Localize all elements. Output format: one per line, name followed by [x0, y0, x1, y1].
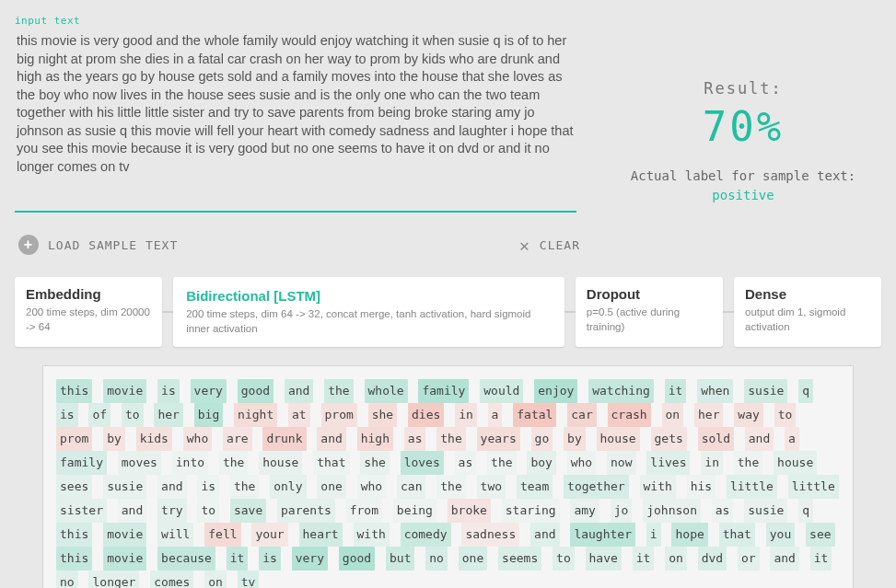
token: little	[727, 475, 777, 499]
token: watching	[588, 379, 654, 403]
token: family	[418, 379, 469, 403]
token: by	[564, 427, 586, 451]
result-value: 70%	[605, 103, 881, 150]
token: to	[122, 403, 144, 427]
token: as	[712, 499, 734, 523]
token: who	[567, 451, 596, 475]
token: that	[313, 451, 349, 475]
token: family	[56, 451, 107, 475]
stage-title: Embedding	[26, 286, 151, 302]
token: movie	[103, 379, 146, 403]
clear-label: CLEAR	[540, 238, 580, 252]
token: who	[183, 427, 212, 451]
token: whole	[365, 379, 408, 403]
load-sample-label: LOAD SAMPLE TEXT	[48, 238, 178, 252]
token: can	[397, 475, 425, 499]
token: years	[477, 427, 520, 451]
pipeline-connector	[162, 311, 173, 313]
token: prom	[56, 427, 92, 451]
token: she	[368, 403, 397, 427]
token: johnson	[643, 499, 701, 523]
token: way	[734, 403, 762, 427]
stage-title: Dropout	[587, 286, 712, 302]
token: lives	[646, 451, 690, 475]
token: but	[386, 547, 414, 571]
token: tv	[238, 571, 260, 588]
token: and	[157, 475, 186, 499]
pipeline-stage-bidirectional-lstm[interactable]: Bidirectional [LSTM]200 time steps, dim …	[173, 277, 564, 347]
token: with	[640, 475, 676, 499]
token: and	[745, 427, 774, 451]
stage-title: Dense	[745, 286, 870, 302]
token: sister	[56, 499, 107, 523]
token: very	[191, 379, 227, 403]
actual-label-line: Actual label for sample text: positive	[605, 167, 881, 205]
token: only	[270, 475, 306, 499]
token: enjoy	[534, 379, 577, 403]
token: one	[317, 475, 345, 499]
token: will	[157, 523, 193, 547]
pipeline-stage-dense[interactable]: Denseoutput dim 1, sigmoid activation	[734, 277, 881, 347]
token: heart	[299, 523, 343, 547]
token: it	[665, 379, 687, 403]
token: the	[436, 475, 465, 499]
token: this	[56, 547, 92, 571]
token: parents	[277, 499, 335, 523]
token: is	[56, 403, 78, 427]
token: prom	[321, 403, 357, 427]
clear-button[interactable]: ✕ CLEAR	[519, 235, 580, 255]
token: the	[230, 475, 259, 499]
token: this	[56, 523, 92, 547]
token: fatal	[513, 403, 556, 427]
token: because	[157, 547, 215, 571]
token: one	[459, 547, 487, 571]
token: a	[488, 403, 503, 427]
pipeline-connector	[723, 311, 734, 313]
token: are	[223, 427, 251, 451]
token: very	[292, 547, 328, 571]
token: as	[455, 451, 477, 475]
token: on	[662, 403, 684, 427]
pipeline: Embedding200 time steps, dim 20000 -> 64…	[15, 277, 881, 347]
pipeline-stage-dropout[interactable]: Dropoutp=0.5 (active during training)	[576, 277, 723, 347]
token: jo	[611, 499, 633, 523]
input-textarea[interactable]	[15, 29, 576, 213]
token: dies	[408, 403, 444, 427]
token: house	[259, 451, 302, 475]
token: amy	[570, 499, 599, 523]
token: and	[317, 427, 345, 451]
token: loves	[401, 451, 444, 475]
token: gets	[651, 427, 687, 451]
token: with	[354, 523, 390, 547]
token: to	[774, 403, 797, 427]
token: no	[56, 571, 78, 588]
token: comes	[150, 571, 193, 588]
token: on	[665, 547, 687, 571]
token: q	[798, 499, 813, 523]
token: have	[586, 547, 622, 571]
token: you	[766, 523, 795, 547]
token: broke	[448, 499, 491, 523]
token: his	[687, 475, 716, 499]
token: big	[194, 403, 223, 427]
token: night	[234, 403, 277, 427]
token: your	[251, 523, 287, 547]
token: longer	[88, 571, 139, 588]
token: and	[118, 499, 146, 523]
token: she	[360, 451, 389, 475]
pipeline-stage-embedding[interactable]: Embedding200 time steps, dim 20000 -> 64	[15, 277, 162, 347]
token: in	[455, 403, 477, 427]
actual-label-value: positive	[712, 188, 774, 202]
token: try	[157, 499, 186, 523]
token: susie	[103, 475, 146, 499]
token: movie	[103, 523, 146, 547]
token: at	[288, 403, 310, 427]
token: it	[810, 547, 832, 571]
token: susie	[744, 379, 787, 403]
token: boy	[527, 451, 555, 475]
token: q	[798, 379, 813, 403]
input-label: input text	[15, 15, 583, 27]
token: sees	[56, 475, 92, 499]
load-sample-button[interactable]: + LOAD SAMPLE TEXT	[18, 235, 178, 255]
token: and	[770, 547, 798, 571]
